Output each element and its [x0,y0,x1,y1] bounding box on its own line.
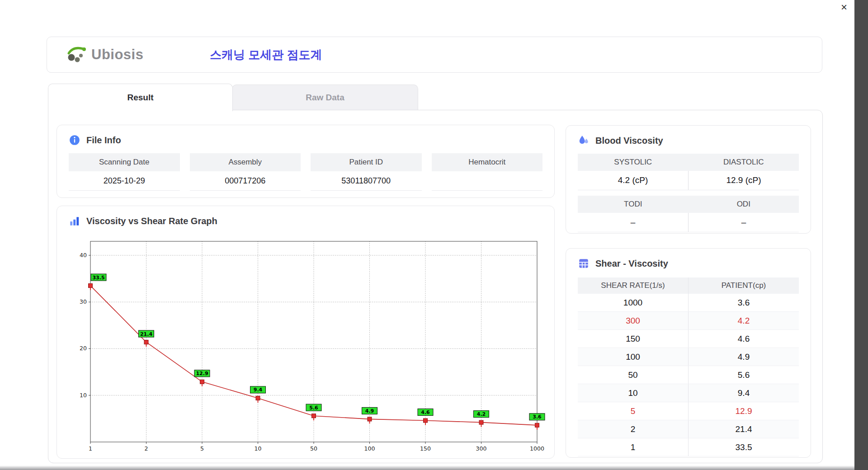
svg-text:20: 20 [80,345,87,352]
viscosity-graph-card: Viscosity vs Shear Rate Graph 1020304012… [57,206,555,459]
bv-header-row: SYSTOLIC DIASTOLIC [578,154,799,171]
svg-text:2: 2 [145,445,148,452]
window-bottom-edge [0,465,854,470]
field-assembly: Assembly 000717206 [190,153,301,191]
tab-result[interactable]: Result [48,84,233,111]
table-row: 10 9.4 [578,384,799,402]
field-value: 000717206 [190,171,301,191]
svg-text:5: 5 [200,445,204,452]
table-row: 1000 3.6 [578,294,799,312]
field-value: 53011807700 [311,171,422,191]
table-row: 5 12.9 [578,402,799,420]
systolic-header: SYSTOLIC [578,154,689,171]
sv-body: 1000 3.6 300 4.2 150 4.6 100 4.9 50 5.6 … [578,294,799,456]
bar-chart-icon [69,215,80,227]
page-title: 스캐닝 모세관 점도계 [210,37,322,72]
file-info-card: File Info Scanning Date 2025-10-29 Assem… [57,125,555,198]
table-icon [578,258,590,269]
todi-header: TODI [578,196,689,213]
chart-area: 102030401251050100150300100033.521.412.9… [75,236,547,455]
blood-viscosity-title-row: Blood Viscosity [566,126,811,146]
shear-rate-column-header: SHEAR RATE(1/s) [578,277,689,294]
svg-text:10: 10 [255,445,262,452]
viscosity-shear-chart: 102030401251050100150300100033.521.412.9… [75,236,547,455]
bv-value-row: 4.2 (cP) 12.9 (cP) [578,171,799,190]
file-info-title-row: File Info [57,125,554,146]
table-row: 300 4.2 [578,312,799,330]
todi-odi-pair: TODI ODI – – [578,196,799,232]
shear-viscosity-title: Shear - Viscosity [595,258,668,269]
todi-value: – [578,213,689,232]
odi-header: ODI [689,196,799,213]
graph-title-row: Viscosity vs Shear Rate Graph [57,206,554,227]
patient-cell: 4.6 [689,330,799,348]
info-icon [69,134,80,146]
diastolic-value: 12.9 (cP) [689,171,799,190]
app-header: Ubiosis 스캐닝 모세관 점도계 [47,37,822,73]
odi-value: – [689,213,799,232]
logo-text: Ubiosis [91,47,143,63]
svg-text:21.4: 21.4 [140,331,152,337]
sv-header-row: SHEAR RATE(1/s) PATIENT(cp) [578,277,799,294]
field-value: 2025-10-29 [69,171,180,191]
patient-cell: 12.9 [689,402,799,420]
graph-title: Viscosity vs Shear Rate Graph [86,216,217,226]
shear-rate-cell: 50 [578,366,689,384]
patient-cell: 4.9 [689,348,799,366]
blood-viscosity-table: SYSTOLIC DIASTOLIC 4.2 (cP) 12.9 (cP) TO… [578,154,799,232]
field-label: Patient ID [311,153,422,171]
svg-text:10: 10 [80,392,87,399]
file-info-fields: Scanning Date 2025-10-29 Assembly 000717… [69,153,542,191]
svg-text:150: 150 [420,445,431,452]
shear-rate-cell: 100 [578,348,689,366]
field-value [432,171,543,191]
desktop-edge-strip [854,0,868,470]
svg-text:1: 1 [89,445,92,452]
svg-text:40: 40 [80,252,87,258]
bv-header-row: TODI ODI [578,196,799,213]
file-info-title: File Info [86,135,121,146]
field-scanning-date: Scanning Date 2025-10-29 [69,153,180,191]
blood-viscosity-title: Blood Viscosity [595,136,663,146]
systolic-value: 4.2 (cP) [578,171,689,190]
table-row: 150 4.6 [578,330,799,348]
table-row: 50 5.6 [578,366,799,384]
tab-raw-data[interactable]: Raw Data [232,85,418,110]
svg-text:100: 100 [364,445,375,452]
patient-column-header: PATIENT(cp) [689,277,799,294]
shear-rate-cell: 1 [578,438,689,456]
field-patient-id: Patient ID 53011807700 [311,153,422,191]
svg-text:50: 50 [310,445,317,452]
table-row: 2 21.4 [578,420,799,438]
diastolic-header: DIASTOLIC [689,154,799,171]
svg-text:12.9: 12.9 [196,371,208,376]
shear-rate-cell: 1000 [578,294,689,311]
shear-rate-cell: 5 [578,402,689,420]
field-label: Scanning Date [69,153,180,171]
tab-result-label: Result [127,93,153,103]
shear-viscosity-card: Shear - Viscosity SHEAR RATE(1/s) PATIEN… [566,248,811,458]
patient-cell: 21.4 [689,420,799,438]
patient-cell: 5.6 [689,366,799,384]
blood-viscosity-card: Blood Viscosity SYSTOLIC DIASTOLIC 4.2 (… [566,125,811,234]
systolic-diastolic-pair: SYSTOLIC DIASTOLIC 4.2 (cP) 12.9 (cP) [578,154,799,190]
ubiosis-logo-icon [67,45,88,64]
svg-text:4.2: 4.2 [477,411,486,417]
shear-viscosity-title-row: Shear - Viscosity [566,249,811,269]
svg-text:30: 30 [80,298,87,305]
field-label: Assembly [190,153,301,171]
shear-viscosity-table: SHEAR RATE(1/s) PATIENT(cp) 1000 3.6 300… [578,277,799,456]
tab-raw-data-label: Raw Data [306,93,344,103]
shear-rate-cell: 150 [578,330,689,348]
patient-cell: 33.5 [689,438,799,456]
bv-value-row: – – [578,213,799,232]
svg-text:9.4: 9.4 [254,387,263,393]
field-label: Hematocrit [432,153,543,171]
shear-rate-cell: 10 [578,384,689,402]
svg-text:1000: 1000 [530,445,544,452]
svg-text:4.9: 4.9 [365,408,374,414]
shear-rate-cell: 2 [578,420,689,438]
close-button[interactable]: × [837,1,851,14]
svg-text:4.6: 4.6 [421,409,430,415]
svg-text:33.5: 33.5 [92,275,104,281]
